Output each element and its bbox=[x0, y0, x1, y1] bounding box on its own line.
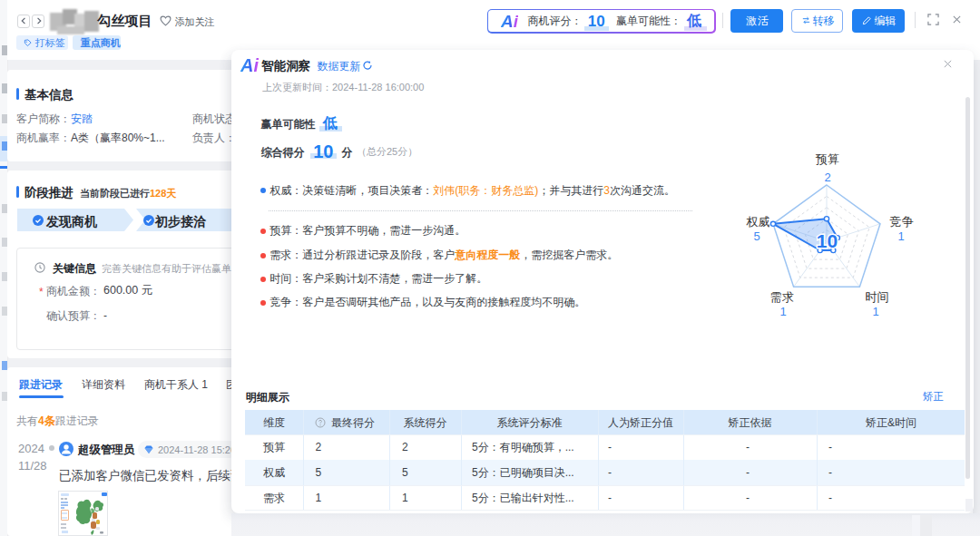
svg-text:竞争: 竞争 bbox=[890, 215, 914, 229]
svg-text:权威: 权威 bbox=[746, 215, 770, 229]
svg-text:2: 2 bbox=[824, 171, 830, 184]
svg-text:5: 5 bbox=[753, 229, 760, 243]
svg-text:1: 1 bbox=[897, 229, 904, 243]
svg-text:1: 1 bbox=[779, 305, 786, 318]
svg-text:预算: 预算 bbox=[815, 152, 839, 166]
svg-text:10: 10 bbox=[817, 230, 838, 251]
svg-text:时间: 时间 bbox=[866, 290, 889, 304]
svg-text:需求: 需求 bbox=[770, 290, 794, 304]
svg-text:1: 1 bbox=[872, 305, 878, 318]
